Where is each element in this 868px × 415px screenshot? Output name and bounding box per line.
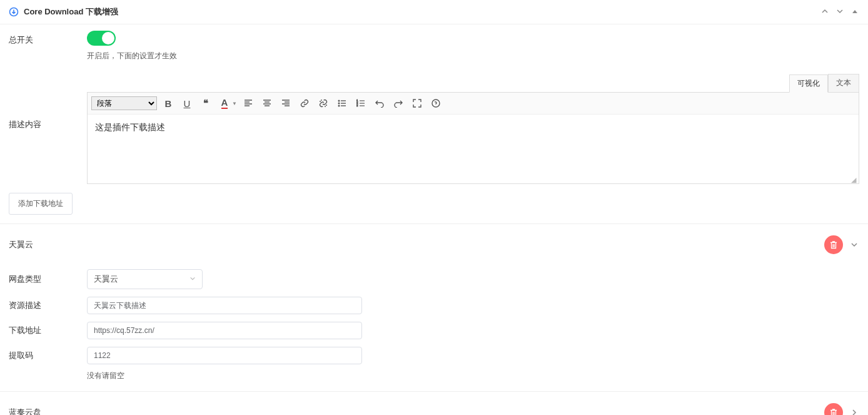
link-icon[interactable] — [297, 96, 312, 111]
section2-delete-button[interactable] — [824, 403, 843, 415]
bullet-list-icon[interactable] — [335, 96, 350, 111]
svg-point-2 — [338, 103, 340, 104]
editor-content[interactable]: 这是插件下载描述 ◢ — [88, 115, 859, 183]
section1-collapse-icon[interactable] — [849, 240, 859, 250]
resize-handle-icon[interactable]: ◢ — [851, 176, 857, 182]
help-icon[interactable] — [428, 96, 443, 111]
desc-label: 资源描述 — [9, 300, 87, 311]
svg-text:3: 3 — [356, 104, 358, 107]
type-select-value: 天翼云 — [94, 274, 118, 285]
svg-point-1 — [338, 100, 340, 101]
underline-icon[interactable]: U — [179, 96, 194, 111]
description-label: 描述内容 — [9, 115, 87, 130]
master-switch-label: 总开关 — [9, 31, 87, 46]
quote-icon[interactable]: ❝ — [198, 96, 213, 111]
align-right-icon[interactable] — [278, 96, 293, 111]
code-hint: 没有请留空 — [87, 371, 859, 381]
editor-toolbar: 段落 B U ❝ A ▼ 123 — [88, 93, 859, 115]
type-select[interactable]: 天翼云 — [87, 269, 203, 289]
panel-down-icon[interactable] — [835, 8, 844, 17]
chevron-down-icon — [189, 275, 196, 283]
add-download-button[interactable]: 添加下载地址 — [9, 193, 73, 215]
bold-icon[interactable]: B — [161, 96, 176, 111]
url-input[interactable] — [87, 322, 362, 339]
align-left-icon[interactable] — [241, 96, 256, 111]
editor-tabs: 可视化 文本 — [87, 74, 859, 92]
tab-text[interactable]: 文本 — [828, 74, 859, 92]
section2-title: 蓝奏云盘 — [9, 407, 41, 415]
svg-point-3 — [338, 105, 340, 106]
tab-visual[interactable]: 可视化 — [789, 74, 828, 93]
type-label: 网盘类型 — [9, 274, 87, 285]
code-label: 提取码 — [9, 350, 87, 361]
textcolor-chevron-icon[interactable]: ▼ — [232, 101, 237, 106]
section2-expand-icon[interactable] — [849, 407, 859, 415]
panel-title: Core Download 下载增强 — [24, 6, 118, 18]
section1-title: 天翼云 — [9, 239, 33, 250]
panel-collapse-icon[interactable] — [850, 8, 859, 17]
master-switch-toggle[interactable] — [87, 31, 116, 46]
textcolor-icon[interactable]: A — [217, 96, 232, 111]
fullscreen-icon[interactable] — [410, 96, 425, 111]
master-switch-hint: 开启后，下面的设置才生效 — [87, 51, 859, 61]
section2-header: 蓝奏云盘 — [0, 392, 868, 415]
section1-delete-button[interactable] — [824, 235, 843, 254]
desc-input[interactable] — [87, 297, 362, 314]
download-icon — [9, 7, 19, 17]
paragraph-select[interactable]: 段落 — [91, 96, 157, 110]
unlink-icon[interactable] — [316, 96, 331, 111]
redo-icon[interactable] — [391, 96, 406, 111]
ordered-list-icon[interactable]: 123 — [353, 96, 368, 111]
url-label: 下载地址 — [9, 325, 87, 336]
panel-header: Core Download 下载增强 — [0, 0, 868, 24]
section1-header: 天翼云 — [0, 224, 868, 265]
code-input[interactable] — [87, 347, 362, 364]
panel-controls — [820, 8, 859, 17]
undo-icon[interactable] — [372, 96, 387, 111]
editor-box: 段落 B U ❝ A ▼ 123 这是插件下载描述 — [87, 92, 859, 184]
svg-point-7 — [432, 100, 440, 107]
align-center-icon[interactable] — [260, 96, 275, 111]
editor-content-text: 这是插件下载描述 — [95, 122, 165, 132]
panel-up-icon[interactable] — [820, 8, 829, 17]
